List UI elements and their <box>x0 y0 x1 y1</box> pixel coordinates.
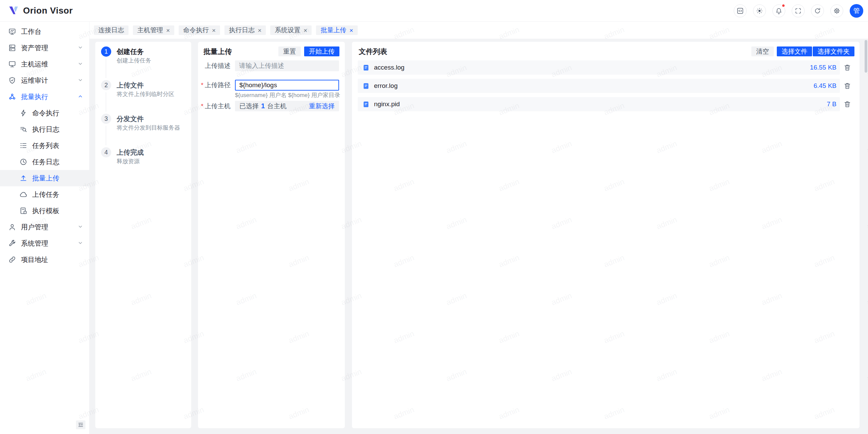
tab-batch-upload[interactable]: 批量上传 × <box>316 25 357 35</box>
tab-label: 命令执行 <box>183 26 209 35</box>
start-upload-button[interactable]: 开始上传 <box>304 46 339 56</box>
open-tabs-bar: 连接日志 主机管理 × 命令执行 × 执行日志 × 系统设置 × 批量上传 × <box>90 22 868 39</box>
sidebar-item-project-link[interactable]: 项目地址 <box>0 251 89 268</box>
file-size: 7 B <box>827 100 836 108</box>
desktop-icon <box>8 60 16 68</box>
upload-path-row: 上传路径 <box>198 80 345 91</box>
trash-icon <box>843 82 851 90</box>
clear-files-button[interactable]: 清空 <box>751 46 774 56</box>
notifications-button[interactable] <box>772 4 785 17</box>
tab-connection-log[interactable]: 连接日志 <box>94 25 129 35</box>
delete-file-button[interactable] <box>843 100 851 108</box>
list-icon <box>19 141 27 150</box>
delete-file-button[interactable] <box>843 63 851 72</box>
sidebar-item-system-mgmt[interactable]: 系统管理 <box>0 235 89 251</box>
delete-file-button[interactable] <box>843 82 851 90</box>
clock-icon <box>19 158 27 166</box>
select-files-button[interactable]: 选择文件 <box>777 46 812 56</box>
tab-exec-log[interactable]: 执行日志 × <box>224 25 266 35</box>
selected-hosts-field: 已选择 1 台主机 重新选择 <box>235 101 339 111</box>
tab-host-mgmt[interactable]: 主机管理 × <box>133 25 174 35</box>
step-upload-done: 4 上传完成 释放资源 <box>95 143 191 176</box>
sidebar-item-batch-upload[interactable]: 批量上传 <box>0 170 89 186</box>
fullscreen-icon <box>794 7 802 15</box>
tab-close-icon[interactable]: × <box>166 27 170 34</box>
step-number-badge: 4 <box>101 147 111 157</box>
tab-close-icon[interactable]: × <box>212 27 216 34</box>
sidebar-item-label: 执行日志 <box>32 125 59 134</box>
sidebar-item-cmd-exec[interactable]: 命令执行 <box>0 105 89 121</box>
user-avatar[interactable]: 管 <box>850 4 863 18</box>
sidebar-item-batch-exec[interactable]: 批量执行 <box>0 89 89 105</box>
steps-panel: 1 创建任务 创建上传任务 2 上传文件 将文件上传到临时分区 3 <box>95 42 191 428</box>
file-name: nginx.pid <box>374 100 400 108</box>
header-actions: 管 <box>734 0 863 22</box>
tab-system-settings[interactable]: 系统设置 × <box>270 25 312 35</box>
settings-button[interactable] <box>830 4 843 17</box>
step-upload-files: 2 上传文件 将文件上传到临时分区 <box>95 75 191 109</box>
page-scrollbar-thumb[interactable] <box>865 40 867 73</box>
tab-label: 批量上传 <box>320 26 346 35</box>
lightning-icon <box>19 109 27 117</box>
api-docs-button[interactable] <box>734 4 747 17</box>
tab-cmd-exec[interactable]: 命令执行 × <box>179 25 220 35</box>
sun-icon <box>756 7 763 15</box>
chevron-up-icon <box>78 93 83 101</box>
sidebar-item-label: 执行模板 <box>32 206 59 215</box>
sidebar-menu: 工作台 资产管理 主机运维 <box>0 22 89 268</box>
sidebar-item-exec-log[interactable]: 执行日志 <box>0 121 89 137</box>
user-icon <box>8 223 16 231</box>
tab-close-icon[interactable]: × <box>258 27 261 34</box>
upload-path-help: ${username} 用户名 ${home} 用户家目录 <box>235 91 340 99</box>
step-desc: 将文件分发到目标服务器 <box>117 124 188 132</box>
step-title: 分发文件 <box>117 114 188 123</box>
sidebar-item-workbench[interactable]: 工作台 <box>0 23 89 40</box>
panel-title: 批量上传 <box>203 47 232 56</box>
sidebar-item-label: 上传任务 <box>32 190 59 199</box>
app-title: Orion Visor <box>23 5 73 16</box>
sidebar-item-label: 主机运维 <box>21 60 48 69</box>
refresh-button[interactable] <box>811 4 824 17</box>
sidebar-item-task-log[interactable]: 任务日志 <box>0 154 89 170</box>
file-size: 16.55 KB <box>810 64 836 71</box>
step-title: 上传文件 <box>117 81 188 90</box>
upload-path-label: 上传路径 <box>198 80 231 91</box>
upload-hosts-row: 上传主机 已选择 1 台主机 重新选择 <box>198 101 345 112</box>
step-number-badge: 1 <box>101 46 111 57</box>
fullscreen-button[interactable] <box>792 4 805 17</box>
sidebar-collapse-button[interactable] <box>76 420 85 429</box>
tab-close-icon[interactable]: × <box>303 27 307 34</box>
cloud-icon <box>19 190 27 199</box>
sidebar-item-host-ops[interactable]: 主机运维 <box>0 56 89 72</box>
step-number-badge: 3 <box>101 114 111 124</box>
shield-check-icon <box>8 76 16 84</box>
sidebar-item-label: 用户管理 <box>21 223 48 232</box>
sidebar-item-label: 批量上传 <box>32 174 59 183</box>
theme-toggle-button[interactable] <box>753 4 766 17</box>
link-icon <box>8 256 16 264</box>
sidebar-item-upload-tasks[interactable]: 上传任务 <box>0 186 89 203</box>
sidebar-item-label: 资产管理 <box>21 43 48 53</box>
gear-icon <box>833 7 841 15</box>
tab-close-icon[interactable]: × <box>349 27 353 34</box>
sidebar-item-assets[interactable]: 资产管理 <box>0 40 89 56</box>
file-text-icon <box>362 82 370 90</box>
upload-path-input[interactable] <box>235 80 339 91</box>
select-folder-button[interactable]: 选择文件夹 <box>813 46 854 56</box>
reset-button[interactable]: 重置 <box>278 46 301 56</box>
batch-upload-panel: 批量上传 重置 开始上传 上传描述 上传路径 ${username} 用户名 $… <box>198 42 345 428</box>
sidebar-item-exec-template[interactable]: 执行模板 <box>0 203 89 219</box>
file-row: access.log 16.55 KB <box>358 60 840 75</box>
refresh-icon <box>814 7 821 15</box>
step-desc: 创建上传任务 <box>117 57 188 64</box>
dashboard-icon <box>8 27 16 36</box>
sidebar-item-audit[interactable]: 运维审计 <box>0 72 89 89</box>
upload-desc-input[interactable] <box>235 60 339 71</box>
orion-visor-app: Orion Visor <box>0 0 868 434</box>
reselect-hosts-link[interactable]: 重新选择 <box>309 102 335 111</box>
sidebar-item-user-mgmt[interactable]: 用户管理 <box>0 219 89 235</box>
sidebar-item-task-list[interactable]: 任务列表 <box>0 137 89 154</box>
cluster-icon <box>8 93 16 101</box>
template-icon <box>19 207 27 215</box>
trash-icon <box>843 63 851 72</box>
